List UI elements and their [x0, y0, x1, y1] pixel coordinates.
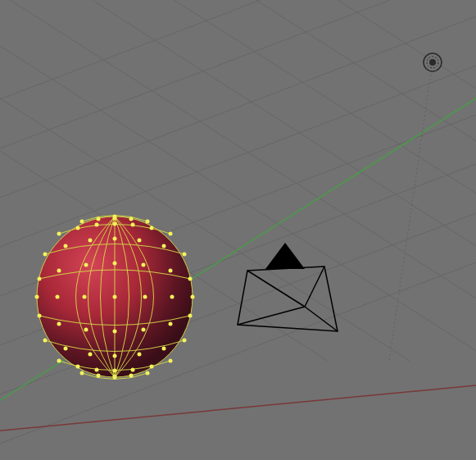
svg-point-55 [56, 295, 60, 299]
svg-point-31 [129, 217, 134, 221]
svg-point-43 [113, 237, 117, 241]
x-axis [0, 385, 476, 435]
svg-point-61 [38, 314, 42, 318]
svg-line-22 [305, 266, 324, 307]
svg-point-53 [188, 277, 193, 281]
svg-point-70 [88, 353, 93, 357]
svg-point-87 [113, 376, 117, 380]
3d-viewport[interactable] [0, 0, 476, 460]
svg-point-58 [143, 295, 147, 299]
svg-point-82 [80, 371, 84, 376]
svg-point-57 [113, 295, 117, 299]
svg-point-52 [169, 269, 173, 273]
svg-point-62 [57, 322, 61, 326]
svg-point-30 [113, 216, 117, 221]
svg-point-35 [95, 223, 99, 227]
svg-point-63 [84, 328, 88, 332]
svg-point-50 [113, 262, 117, 266]
svg-point-54 [35, 295, 39, 299]
svg-point-60 [191, 295, 195, 299]
svg-point-46 [183, 253, 187, 257]
sphere-vertices [35, 215, 195, 380]
camera-object[interactable] [238, 243, 338, 331]
svg-point-81 [169, 359, 173, 363]
svg-line-21 [247, 271, 305, 307]
svg-point-33 [57, 232, 61, 236]
svg-point-76 [76, 365, 80, 369]
svg-point-75 [57, 359, 61, 363]
svg-point-41 [64, 244, 68, 248]
lamp-origin-line [389, 62, 433, 361]
svg-point-72 [138, 353, 142, 357]
svg-point-47 [38, 277, 42, 281]
svg-point-65 [142, 328, 146, 332]
svg-point-40 [43, 253, 48, 257]
svg-point-28 [80, 220, 84, 224]
svg-point-37 [131, 223, 135, 227]
svg-point-42 [88, 239, 93, 243]
svg-point-86 [146, 371, 150, 376]
sphere-object[interactable] [35, 215, 195, 380]
svg-point-71 [113, 354, 117, 358]
svg-point-32 [146, 220, 150, 224]
svg-point-44 [138, 239, 142, 243]
svg-point-83 [97, 374, 101, 378]
svg-point-59 [170, 295, 175, 299]
svg-point-74 [183, 339, 187, 343]
svg-point-73 [162, 347, 166, 351]
svg-point-80 [150, 365, 154, 369]
svg-line-6 [0, 0, 476, 164]
svg-point-39 [169, 232, 173, 236]
svg-point-36 [113, 222, 117, 226]
svg-point-66 [169, 322, 173, 326]
svg-point-34 [76, 226, 80, 230]
svg-point-29 [97, 217, 101, 221]
svg-point-38 [150, 226, 154, 230]
svg-point-78 [113, 369, 117, 373]
svg-point-79 [131, 368, 135, 372]
lamp-object[interactable] [424, 53, 442, 71]
svg-point-51 [142, 263, 146, 267]
svg-line-5 [0, 16, 476, 213]
svg-line-23 [305, 307, 338, 331]
svg-point-49 [84, 263, 88, 267]
svg-marker-20 [238, 266, 338, 331]
svg-point-17 [429, 59, 436, 66]
svg-point-45 [162, 244, 166, 248]
svg-point-56 [83, 295, 87, 299]
svg-line-15 [287, 0, 476, 361]
svg-point-64 [113, 330, 117, 334]
svg-point-48 [57, 269, 61, 273]
svg-point-67 [188, 314, 193, 318]
svg-point-68 [43, 339, 48, 343]
svg-point-69 [64, 347, 68, 351]
svg-point-77 [95, 368, 99, 372]
svg-marker-19 [265, 243, 305, 269]
svg-point-85 [129, 374, 134, 378]
